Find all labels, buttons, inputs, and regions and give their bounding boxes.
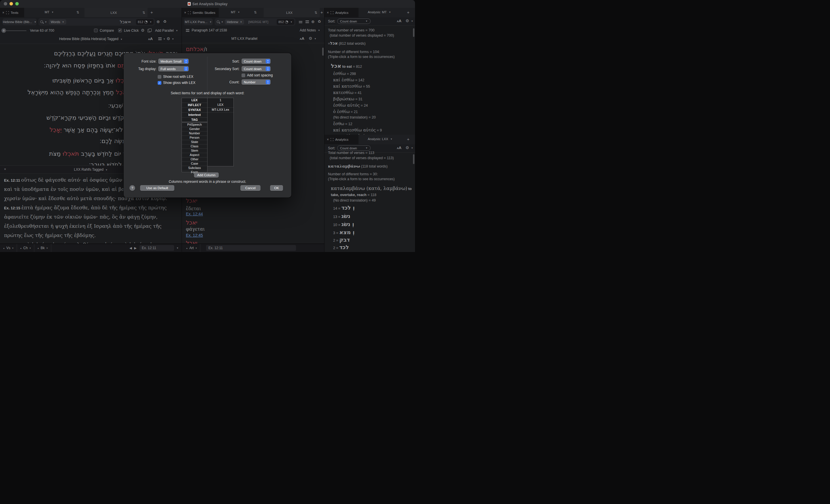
analysis-row: Total number of verses = 113 <box>328 151 374 155</box>
tag-display-label: Tag display: <box>124 67 157 71</box>
chevron-down-icon[interactable]: ▼ <box>177 247 179 249</box>
analysis-row: נשׂג = 13 <box>333 213 350 219</box>
show-gloss-checkbox[interactable]: ✓ <box>158 81 161 85</box>
analysis-row: =אכל (812 total words) <box>328 41 366 45</box>
font-size-popup[interactable]: Medium Small▲▼ <box>158 59 189 64</box>
category-secondary-item[interactable]: Number <box>182 131 207 136</box>
column-header: 1 <box>208 98 233 103</box>
ok-button[interactable]: OK <box>270 185 283 191</box>
category-secondary-item[interactable]: Other <box>182 157 207 162</box>
popup-stepper-icon: ▲▼ <box>184 59 188 63</box>
show-root-row: Show root with LEX <box>158 75 193 79</box>
column-item[interactable]: LEX <box>208 103 233 107</box>
secondary-category-box: PrtSpeechGenderNumberPersonStateClassSte… <box>182 123 208 172</box>
analysis-row: Number of different forms = 104: <box>328 50 380 54</box>
column-item[interactable]: MT-LXX Lex <box>208 107 233 113</box>
font-size-label: Font size: <box>124 59 157 63</box>
parallel-word: יאכל <box>186 219 197 226</box>
analysis-row: וְ נשׂג = 10 <box>333 221 354 227</box>
analysis-row: (Triple-click a form to see its occurren… <box>328 177 395 181</box>
category-secondary-item[interactable]: Subclass <box>182 166 207 170</box>
parallel-word[interactable]: Ex. 12:44 <box>186 212 203 216</box>
analysis-row: (No direct translation) = 20 <box>333 115 376 119</box>
sort-popup[interactable]: Count down▲▼ <box>242 59 270 64</box>
analysis-row: βιβρώσκω = 31 <box>333 97 362 101</box>
show-gloss-row: ✓ Show gloss with LEX <box>158 81 195 85</box>
parallel-word: ἔδεται <box>186 206 201 211</box>
popup-stepper-icon: ▲▼ <box>266 59 270 63</box>
category-secondary-item[interactable]: State <box>182 140 207 145</box>
category-secondary-item[interactable]: Person <box>182 136 207 140</box>
analysis-row: וְ מצא = 3 <box>333 229 354 235</box>
scrollbar-thumb[interactable] <box>322 48 324 56</box>
category-primary-item[interactable]: SYNTAX <box>182 108 207 113</box>
middle-bottom-bar: ▲Art▼ Ex. 12:11 <box>182 244 324 252</box>
category-primary-item[interactable]: TAG <box>182 118 207 122</box>
show-root-checkbox[interactable] <box>158 75 161 79</box>
count-popup[interactable]: Number▲▼ <box>242 79 270 85</box>
use-as-default-button[interactable]: Use as Default <box>140 185 174 191</box>
category-secondary-item[interactable]: Gender <box>182 127 207 131</box>
next-arrow-icon[interactable]: ▶ <box>133 246 138 250</box>
sort-label: Sort: <box>208 59 240 63</box>
scrollbar-thumb[interactable] <box>413 154 414 164</box>
secondary-sort-popup[interactable]: Count down▲▼ <box>242 66 270 71</box>
secondary-sort-label: Secondary Sort: <box>208 67 240 71</box>
analysis-row: ἐσθίω αὐτός = 24 <box>333 103 368 107</box>
select-items-caption: Select items for sort and display of eac… <box>124 91 291 95</box>
category-primary-item[interactable]: LEX <box>182 98 207 103</box>
app-window: Set Analysis Display × Texts MT▼ ⇅ LXX ⇅… <box>0 0 415 252</box>
set-analysis-display-dialog: Font size: Medium Small▲▼ Tag display: F… <box>124 53 291 197</box>
analysis-row: (total number of verses displayed = 700) <box>330 33 394 37</box>
parallel-word[interactable]: Ex. 12:45 <box>186 233 203 238</box>
category-secondary-item[interactable]: Stem <box>182 149 207 153</box>
greek-text-line: Ex. 12:15 ἑπτὰ ἡμέρας ἄζυμα ἔδεσθε, ἀπὸ … <box>4 205 167 211</box>
column-box: 1 LEXMT-LXX Lex <box>207 98 234 166</box>
verse-reference-box[interactable]: Ex. 12:11 <box>139 245 174 251</box>
category-secondary-item[interactable]: PrtSpeech <box>182 123 207 127</box>
analysis-row: καί κατεσθίω = 55 <box>333 84 370 89</box>
analysis-row: וְ לכד = 14 <box>333 204 355 211</box>
analysis-row: (No direct translation) = 49 <box>333 198 376 202</box>
help-button[interactable]: ? <box>129 185 135 191</box>
show-root-label: Show root with LEX <box>163 75 193 79</box>
title-bar: Set Analysis Display <box>0 0 415 8</box>
column-items: LEXMT-LXX Lex <box>208 103 233 113</box>
category-primary-item[interactable]: Intertext <box>182 113 207 118</box>
greek-text-line: Ex. 12:11 οὕτως δὲ φάγεσθε αὐτό· αἱ ὀσφύ… <box>4 177 122 183</box>
analysis-row: לכד = 2 <box>333 244 349 250</box>
analytics-lxx-content: Total number of verses = 113(total numbe… <box>324 135 415 252</box>
chapter-stepper[interactable]: ▲Ch▼ <box>17 246 34 250</box>
tag-display-popup[interactable]: Full words▲▼ <box>158 66 189 71</box>
primary-category-box: LEXINFLECTSYNTAXIntertextTAG <box>182 98 208 122</box>
cancel-button[interactable]: Cancel <box>241 185 260 191</box>
parallel-word: יאכל <box>186 240 197 244</box>
add-sort-spacing-checkbox[interactable] <box>242 73 245 77</box>
book-stepper[interactable]: ▲Bk▼ <box>34 246 51 250</box>
analytics-panels: × Analytics Analysis: MT▼ + Sort: Count … <box>324 8 415 252</box>
analysis-row: καταλαμβάνω (118 total words) <box>328 164 388 168</box>
article-stepper[interactable]: ▲Art▼ <box>183 246 200 250</box>
analysis-row: ὁ ἐσθίω = 21 <box>333 109 358 114</box>
verse-stepper[interactable]: ▲Vs▼ <box>0 246 17 250</box>
category-primary-item[interactable]: INFLECT <box>182 103 207 108</box>
add-sort-spacing-label: Add sort spacing <box>247 73 273 77</box>
analysis-row: מצא = 2 <box>333 251 351 252</box>
analysis-row: ἐσθίω = 298 <box>333 71 356 76</box>
category-secondary-item[interactable]: Case <box>182 162 207 166</box>
greek-text-line: ἀφανιεῖτε ζύμην ἐκ τῶν οἰκιῶν ὑμῶν· πᾶς,… <box>4 214 158 220</box>
category-secondary-item[interactable]: Aspect <box>182 153 207 157</box>
analysis-row: καταλαμβάνω (κατά, λαμβάνω) to take, ove… <box>331 185 414 198</box>
parallel-word: φάγεται <box>186 226 205 232</box>
analysis-row: Total number of verses = 700 <box>328 28 375 32</box>
analytics-mt-pane: × Analytics Analysis: MT▼ + Sort: Count … <box>324 8 415 135</box>
columns-note: Columns represent words in a phrase or c… <box>124 180 291 184</box>
prev-arrow-icon[interactable]: ◀ <box>128 246 133 250</box>
verse-reference-input[interactable]: Ex. 12:11 <box>206 245 296 251</box>
scrollbar-thumb[interactable] <box>413 28 414 37</box>
category-secondary-item[interactable]: Class <box>182 145 207 149</box>
greek-text-line: πρώτης ἕως τῆς ἡμέρας τῆς ἑβδόμης. <box>4 232 96 238</box>
add-column-button[interactable]: Add Column <box>194 172 219 178</box>
document-icon <box>188 2 191 6</box>
window-title: Set Analysis Display <box>0 1 415 6</box>
